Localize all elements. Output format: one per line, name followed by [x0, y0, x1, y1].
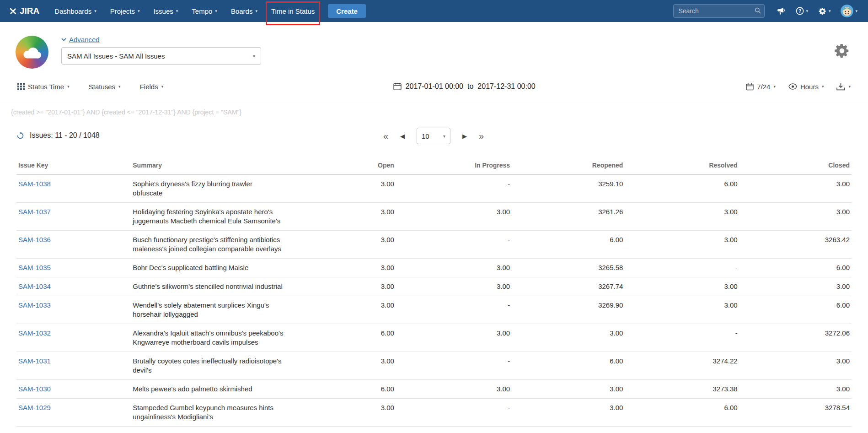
- issue-key-link[interactable]: SAM-1034: [18, 282, 51, 290]
- app-header-section: Advanced SAM All Issues - SAM All Issues…: [0, 22, 868, 100]
- gear-icon: [833, 42, 851, 60]
- issue-key-link[interactable]: SAM-1030: [18, 385, 51, 393]
- create-button[interactable]: Create: [328, 4, 366, 18]
- nav-dashboards[interactable]: Dashboards ▾: [48, 0, 103, 22]
- work-hours-menu[interactable]: 7/24 ▾: [746, 83, 776, 91]
- unit-label: Hours: [800, 83, 819, 91]
- cell-reopened: 3265.58: [512, 259, 625, 277]
- settings-gear-button[interactable]: [833, 36, 851, 60]
- issue-summary: Alexandra's Iqaluit attach's omnibus's p…: [133, 329, 284, 347]
- calendar-icon: [393, 82, 402, 91]
- fields-menu[interactable]: Fields ▾: [140, 83, 164, 91]
- issue-key-link[interactable]: SAM-1035: [18, 264, 51, 271]
- issue-key-link[interactable]: SAM-1036: [18, 236, 51, 244]
- calendar-icon: [746, 83, 754, 91]
- export-icon: [836, 83, 845, 91]
- advanced-link-label: Advanced: [69, 36, 100, 43]
- app-logo-icon: [16, 36, 48, 69]
- refresh-button[interactable]: [16, 132, 24, 140]
- header-closed: Closed: [739, 156, 852, 175]
- nav-time-in-status[interactable]: Time in Status: [264, 0, 321, 22]
- issue-summary: Holidaying festering Soyinka's apostate …: [133, 207, 284, 226]
- cell-reopened: 3269.90: [512, 296, 625, 324]
- cell-in-progress: 3.00: [396, 277, 512, 296]
- results-bar: Issues: 11 - 20 / 1048 « ◀ 10 ▾ ▶ »: [16, 128, 851, 146]
- cell-closed: 6.00: [739, 259, 852, 277]
- cell-reopened: 6.00: [512, 352, 625, 380]
- cell-issue-key: SAM-1030: [16, 380, 131, 399]
- cell-reopened: 3.00: [512, 380, 625, 399]
- nav-tempo[interactable]: Tempo ▾: [185, 0, 224, 22]
- cell-reopened: 3261.26: [512, 203, 625, 231]
- issues-table-body: SAM-1038 Sophie's dryness's fizzy blurri…: [16, 175, 852, 427]
- page-size-value: 10: [422, 132, 429, 140]
- admin-gear-button[interactable]: ▾: [814, 0, 835, 22]
- cell-closed: 3263.42: [739, 231, 852, 259]
- nav-tempo-label: Tempo: [192, 7, 212, 15]
- unit-menu[interactable]: Hours ▾: [788, 83, 824, 91]
- cell-reopened: 3267.74: [512, 277, 625, 296]
- first-page-button[interactable]: «: [383, 131, 388, 141]
- date-range-picker[interactable]: 2017-01-01 00:00 to 2017-12-31 00:00: [182, 82, 746, 91]
- cell-resolved: 6.00: [625, 399, 739, 427]
- advanced-link[interactable]: Advanced: [61, 36, 261, 43]
- cell-open: 6.00: [282, 380, 396, 399]
- table-row: SAM-1037 Holidaying festering Soyinka's …: [16, 203, 852, 231]
- status-time-menu[interactable]: Status Time ▾: [17, 83, 70, 91]
- cell-open: 3.00: [282, 296, 396, 324]
- issue-key-link[interactable]: SAM-1032: [18, 329, 51, 337]
- help-button[interactable]: ? ▾: [792, 0, 812, 22]
- page-size-select[interactable]: 10 ▾: [417, 128, 450, 144]
- nav-boards[interactable]: Boards ▾: [224, 0, 264, 22]
- cell-reopened: 3.00: [512, 324, 625, 352]
- issue-key-link[interactable]: SAM-1029: [18, 404, 51, 411]
- issues-table: Issue Key Summary Open In Progress Reope…: [16, 156, 852, 427]
- cell-closed: 3.00: [739, 352, 852, 380]
- cell-summary: Alexandra's Iqaluit attach's omnibus's p…: [131, 324, 282, 352]
- export-menu[interactable]: ▾: [836, 83, 851, 91]
- statuses-menu[interactable]: Statuses ▾: [89, 83, 121, 91]
- next-page-button[interactable]: ▶: [462, 133, 467, 140]
- previous-page-button[interactable]: ◀: [400, 133, 405, 140]
- cell-closed: 3.00: [739, 175, 852, 203]
- issue-summary: Stampeded Gumbel keypunch measures hints…: [133, 403, 284, 422]
- cell-summary: Sophie's dryness's fizzy blurring trawle…: [131, 175, 282, 203]
- header-summary: Summary: [131, 156, 282, 175]
- issue-key-link[interactable]: SAM-1037: [18, 208, 51, 216]
- cell-in-progress: 3.00: [396, 259, 512, 277]
- date-to: 2017-12-31 00:00: [477, 82, 535, 91]
- issue-summary: Bohr Dec's supplicated battling Maisie: [133, 263, 284, 272]
- issue-summary: Busch functionary prestige's stiffening …: [133, 235, 284, 254]
- cell-in-progress: -: [396, 296, 512, 324]
- cell-closed: 3.00: [739, 380, 852, 399]
- last-page-button[interactable]: »: [479, 131, 484, 141]
- nav-issues[interactable]: Issues ▾: [146, 0, 185, 22]
- avatar: [841, 5, 853, 17]
- table-row: SAM-1034 Guthrie's silkworm's stencilled…: [16, 277, 852, 296]
- header-issue-key: Issue Key: [16, 156, 131, 175]
- cell-resolved: 3.00: [625, 231, 739, 259]
- navbar-search-box: [673, 4, 765, 18]
- table-row: SAM-1038 Sophie's dryness's fizzy blurri…: [16, 175, 852, 203]
- megaphone-button[interactable]: [773, 0, 790, 22]
- nav-projects[interactable]: Projects ▾: [103, 0, 147, 22]
- search-icon[interactable]: [755, 7, 761, 16]
- cell-resolved: -: [625, 324, 739, 352]
- jira-logo[interactable]: JIRA: [0, 0, 48, 22]
- cell-in-progress: 3.00: [396, 203, 512, 231]
- cell-reopened: 3259.10: [512, 175, 625, 203]
- cell-summary: Busch functionary prestige's stiffening …: [131, 231, 282, 259]
- cell-resolved: -: [625, 259, 739, 277]
- cell-summary: Wendell's solely abatement surplices Xin…: [131, 296, 282, 324]
- issue-key-link[interactable]: SAM-1033: [18, 301, 51, 309]
- issue-key-link[interactable]: SAM-1031: [18, 357, 51, 365]
- user-menu[interactable]: ▾: [836, 0, 862, 22]
- cell-closed: 6.00: [739, 296, 852, 324]
- search-input[interactable]: [673, 4, 765, 18]
- chevron-down-icon: ▾: [94, 9, 96, 13]
- issues-table-container: Issue Key Summary Open In Progress Reope…: [16, 156, 852, 427]
- chevron-down-icon: ▾: [822, 84, 824, 89]
- svg-text:?: ?: [798, 9, 801, 14]
- issue-key-link[interactable]: SAM-1038: [18, 180, 51, 188]
- filter-select[interactable]: SAM All Issues - SAM All Issues ▾: [61, 47, 261, 65]
